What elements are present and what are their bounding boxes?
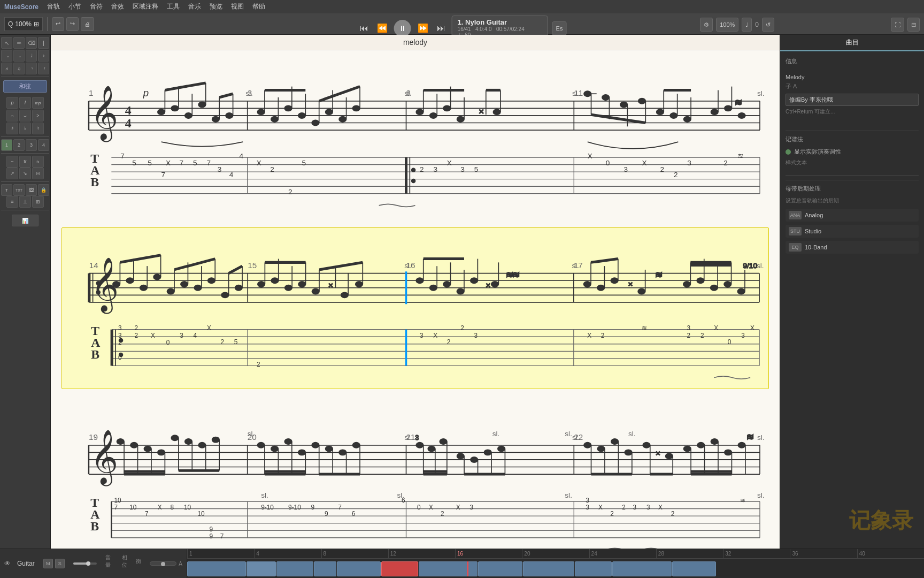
track-name-value: Melody: [786, 74, 804, 80]
menu-item-region[interactable]: 区域注释: [133, 2, 158, 11]
select-tool[interactable]: ↖: [1, 37, 12, 49]
vol-display: A: [179, 561, 182, 567]
timeline-ruler[interactable]: 1 4 8 12 16 20 24 28 32 36 40: [187, 549, 924, 578]
menu-item-effect[interactable]: 音效: [111, 2, 124, 11]
svg-text:sl.: sl.: [628, 430, 636, 438]
mute-btn[interactable]: M: [43, 559, 53, 568]
volume-slider[interactable]: [73, 562, 97, 565]
accent-tool[interactable]: >: [32, 110, 44, 121]
master-10band[interactable]: EQ 10-Band: [786, 241, 919, 254]
volume-knob: [86, 561, 90, 566]
cursor-tool[interactable]: |: [38, 37, 49, 49]
sub-row: 子 A: [786, 82, 919, 90]
image-tool[interactable]: 🖼: [26, 184, 37, 196]
trill-tool[interactable]: tr: [19, 156, 31, 168]
menu-item-tool[interactable]: 工具: [167, 2, 180, 11]
print-button[interactable]: 🖨: [81, 17, 94, 31]
note-7[interactable]: 𝄾: [26, 63, 37, 74]
menu-item-view[interactable]: 视图: [231, 2, 244, 11]
wave-tool[interactable]: ~: [6, 156, 18, 168]
tie-tool[interactable]: ⌣: [19, 110, 31, 121]
svg-text:3: 3: [415, 434, 419, 442]
notation-title: 记谱法: [786, 135, 919, 143]
transport-back[interactable]: ⏪: [375, 22, 390, 34]
note-5[interactable]: ♬: [1, 63, 12, 74]
dynamic-p[interactable]: p: [6, 97, 18, 109]
solo-btn[interactable]: S: [55, 559, 65, 568]
edit-field[interactable]: 修编By 李东伦哦: [786, 94, 919, 106]
lyrics-tool[interactable]: TXT: [13, 184, 25, 196]
volume-100[interactable]: 100%: [716, 18, 738, 32]
voice-2[interactable]: 2: [13, 139, 25, 151]
note-2[interactable]: 𝅗: [13, 50, 25, 62]
score-area[interactable]: melody 𝄞: [51, 35, 780, 549]
menu-item-preview[interactable]: 预览: [210, 2, 222, 11]
edit-tool[interactable]: ✏: [13, 37, 25, 49]
voice-4[interactable]: 4: [38, 139, 49, 151]
note-6[interactable]: ♫: [13, 63, 25, 74]
master-studio[interactable]: STU Studio: [786, 225, 919, 238]
tool-row-4: p f mp: [1, 97, 49, 109]
menu-item-music[interactable]: 音乐: [188, 2, 201, 11]
note-8[interactable]: 𝄿: [38, 63, 49, 74]
tool-section-4: T TXT 🖼 🔒 ≡ ⊥ ⊞: [1, 181, 49, 208]
voice-1[interactable]: 1: [1, 139, 12, 151]
dynamic-mp[interactable]: mp: [32, 97, 44, 109]
svg-text:p: p: [143, 87, 149, 98]
transport-end[interactable]: ⏭: [435, 22, 448, 34]
note-4[interactable]: ♪: [38, 50, 49, 62]
track-eye-icon[interactable]: 👁: [4, 560, 11, 567]
bend-tool[interactable]: ↗: [6, 168, 18, 179]
notation-toggle[interactable]: 显示实际演奏调性: [786, 148, 919, 156]
transport-rewind[interactable]: ⏮: [358, 22, 371, 34]
loop-btn[interactable]: ↺: [762, 18, 774, 32]
svg-text:4: 4: [194, 332, 197, 339]
sharp-tool[interactable]: ♯: [6, 123, 18, 134]
redo-button[interactable]: ↪: [66, 17, 79, 31]
misc-3[interactable]: ⊞: [32, 196, 44, 208]
eraser-tool[interactable]: ⌫: [26, 37, 37, 49]
menu-item-measure[interactable]: 小节: [68, 2, 81, 11]
pan-area: A: [150, 561, 182, 567]
metronome[interactable]: ♩: [742, 18, 752, 32]
transport-play[interactable]: ⏸: [394, 20, 411, 37]
menu-item-note[interactable]: 音符: [90, 2, 103, 11]
mixer-icon[interactable]: 📊: [12, 215, 38, 226]
master-analog[interactable]: ANA Analog: [786, 209, 919, 222]
text-tool[interactable]: T: [1, 184, 12, 196]
slur-tool[interactable]: ⌢: [6, 110, 18, 121]
zoom-value[interactable]: 100%: [15, 20, 32, 28]
vibrato-tool[interactable]: ≈: [32, 156, 44, 168]
natural-tool[interactable]: ♮: [32, 123, 44, 134]
block-12: [672, 561, 717, 576]
note-3[interactable]: ♩: [26, 50, 37, 62]
misc-1[interactable]: ≡: [6, 196, 18, 208]
menu-item-track[interactable]: 音轨: [47, 2, 60, 11]
chord-button[interactable]: 和弦: [3, 80, 47, 93]
misc-2[interactable]: ⊥: [19, 196, 31, 208]
menu-item-help[interactable]: 帮助: [252, 2, 265, 11]
lock-tool[interactable]: 🔒: [38, 184, 49, 196]
master-volume-btn[interactable]: Es: [552, 21, 567, 35]
note-1[interactable]: 𝅝: [1, 50, 12, 62]
transport-forward[interactable]: ⏩: [415, 22, 430, 34]
svg-text:3: 3: [420, 332, 424, 339]
fullscreen-btn[interactable]: ⛶: [891, 18, 904, 32]
playback-settings[interactable]: ⚙: [700, 18, 713, 32]
svg-text:3: 3: [433, 165, 437, 173]
svg-text:2: 2: [288, 188, 292, 196]
tab-tracklist[interactable]: 曲目: [780, 35, 924, 51]
voice-3[interactable]: 3: [26, 139, 37, 151]
svg-text:sl.: sl.: [397, 491, 405, 499]
slide-tool[interactable]: ↘: [19, 168, 31, 179]
svg-point-29: [226, 113, 233, 118]
undo-button[interactable]: ↩: [52, 17, 64, 31]
svg-point-211: [491, 282, 499, 287]
flat-tool[interactable]: ♭: [19, 123, 31, 134]
svg-text:7: 7: [161, 171, 166, 179]
pan-slider[interactable]: [150, 561, 176, 566]
dynamic-f[interactable]: f: [19, 97, 31, 109]
hammer-tool[interactable]: H: [32, 168, 44, 179]
panel-toggle[interactable]: ⊟: [907, 18, 920, 32]
svg-text:3: 3: [118, 324, 122, 332]
